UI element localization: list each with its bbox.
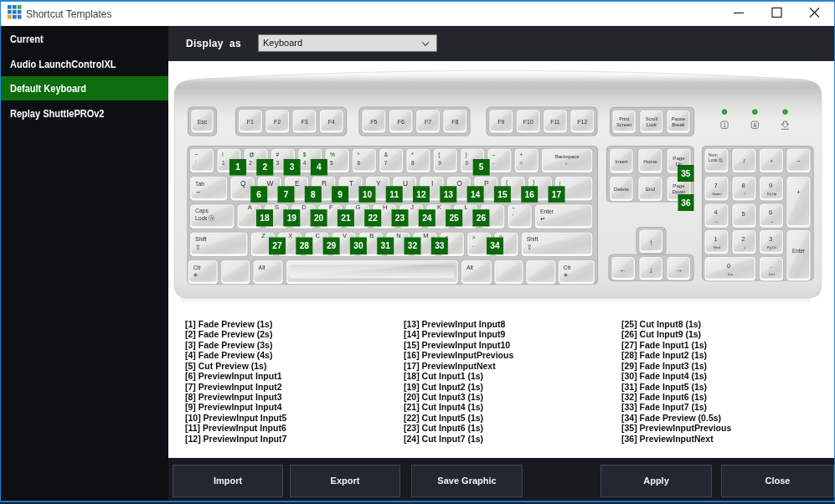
svg-text:Down: Down bbox=[673, 188, 686, 194]
svg-text:✳: ✳ bbox=[564, 272, 569, 278]
svg-text:↑: ↑ bbox=[744, 191, 746, 196]
svg-text:Print: Print bbox=[619, 116, 629, 121]
svg-text:/: / bbox=[744, 158, 745, 164]
svg-text:Enter: Enter bbox=[792, 248, 805, 254]
svg-text:0: 0 bbox=[727, 262, 730, 270]
svg-text:R: R bbox=[322, 179, 327, 188]
svg-text:28: 28 bbox=[300, 241, 310, 250]
svg-text:M: M bbox=[423, 232, 428, 239]
svg-text:!: ! bbox=[222, 152, 224, 157]
svg-text:Z: Z bbox=[261, 232, 265, 239]
svg-text:5: 5 bbox=[741, 210, 745, 218]
svg-text:8: 8 bbox=[311, 190, 316, 199]
svg-text:9: 9 bbox=[438, 160, 441, 166]
svg-text:12: 12 bbox=[416, 190, 426, 199]
svg-text:Shift: Shift bbox=[527, 236, 539, 242]
svg-text:22: 22 bbox=[369, 213, 379, 223]
svg-text:29: 29 bbox=[327, 241, 337, 250]
svg-text:O: O bbox=[456, 179, 462, 188]
svg-text:–: – bbox=[492, 152, 496, 157]
svg-text:↔: ↔ bbox=[195, 188, 202, 195]
svg-text:F2: F2 bbox=[274, 119, 281, 125]
svg-text:F3: F3 bbox=[301, 119, 307, 125]
svg-text:$: $ bbox=[303, 152, 307, 157]
svg-text:8: 8 bbox=[411, 160, 415, 166]
svg-text:33: 33 bbox=[435, 241, 445, 250]
svg-text:Pause: Pause bbox=[672, 116, 685, 121]
svg-text:✳: ✳ bbox=[193, 272, 198, 278]
svg-text:Del: Del bbox=[769, 272, 774, 276]
svg-text:Shift: Shift bbox=[195, 236, 207, 242]
svg-text:←: ← bbox=[564, 160, 570, 166]
svg-text:Pg Dn: Pg Dn bbox=[767, 245, 777, 249]
svg-text:F1: F1 bbox=[247, 119, 254, 125]
svg-text:2: 2 bbox=[741, 235, 745, 243]
svg-text:Lock ⓞ: Lock ⓞ bbox=[709, 157, 723, 162]
svg-text:W: W bbox=[266, 179, 273, 188]
svg-text:9: 9 bbox=[338, 190, 343, 199]
svg-text:<: < bbox=[445, 234, 448, 240]
svg-text:→: → bbox=[674, 265, 683, 274]
svg-text::: : bbox=[486, 207, 487, 213]
svg-text:I: I bbox=[431, 179, 433, 188]
svg-text:17: 17 bbox=[552, 190, 562, 199]
svg-text:H: H bbox=[383, 203, 387, 211]
svg-text:2: 2 bbox=[249, 160, 252, 166]
svg-text:A: A bbox=[753, 122, 757, 128]
svg-text:U: U bbox=[403, 179, 408, 188]
svg-text:.: . bbox=[472, 242, 474, 248]
svg-text:2: 2 bbox=[262, 162, 267, 172]
svg-text:B: B bbox=[369, 232, 374, 239]
svg-text:3: 3 bbox=[276, 160, 280, 166]
svg-text:F6: F6 bbox=[398, 119, 405, 125]
svg-text:1: 1 bbox=[723, 122, 726, 128]
svg-text:13: 13 bbox=[444, 190, 454, 199]
svg-text:6: 6 bbox=[769, 208, 772, 216]
svg-text:+: + bbox=[519, 152, 523, 157]
svg-text:1: 1 bbox=[222, 160, 225, 166]
svg-text:14: 14 bbox=[471, 190, 481, 199]
svg-text:Ins: Ins bbox=[728, 272, 733, 276]
svg-text:27: 27 bbox=[272, 241, 282, 250]
svg-text:A: A bbox=[248, 203, 252, 211]
svg-text:6: 6 bbox=[256, 190, 261, 199]
svg-text:31: 31 bbox=[381, 241, 391, 250]
svg-text:Y: Y bbox=[376, 179, 381, 188]
svg-text:19: 19 bbox=[287, 213, 297, 223]
svg-text:~: ~ bbox=[195, 152, 198, 157]
svg-text:Scroll: Scroll bbox=[646, 116, 658, 121]
svg-text:↵: ↵ bbox=[540, 215, 545, 223]
svg-text:5: 5 bbox=[479, 162, 484, 172]
svg-text:3: 3 bbox=[290, 162, 295, 172]
svg-text:P: P bbox=[484, 179, 489, 188]
svg-text:Page: Page bbox=[673, 155, 685, 161]
svg-text:#: # bbox=[276, 152, 280, 157]
svg-text:End: End bbox=[714, 245, 720, 249]
svg-text:30: 30 bbox=[353, 241, 363, 250]
svg-text:F12: F12 bbox=[577, 119, 587, 125]
svg-text:←: ← bbox=[619, 265, 627, 274]
svg-text:C: C bbox=[315, 232, 320, 239]
svg-text:F9: F9 bbox=[497, 119, 504, 125]
svg-text:1: 1 bbox=[235, 162, 240, 172]
svg-text:Break: Break bbox=[672, 122, 684, 127]
svg-text:D: D bbox=[302, 203, 307, 211]
svg-text:Lock: Lock bbox=[647, 122, 657, 127]
svg-text:Screen: Screen bbox=[616, 122, 631, 127]
svg-text:6: 6 bbox=[357, 160, 360, 166]
svg-text:S: S bbox=[275, 203, 279, 211]
svg-text:32: 32 bbox=[408, 241, 418, 250]
svg-text:Insert: Insert bbox=[615, 158, 628, 164]
svg-text:⇧: ⇧ bbox=[195, 244, 201, 251]
svg-text:+: + bbox=[796, 188, 801, 196]
svg-text:Ctr: Ctr bbox=[564, 265, 572, 270]
svg-text:Backspace: Backspace bbox=[555, 154, 579, 159]
svg-text:F11: F11 bbox=[550, 119, 560, 125]
svg-text:Pg Up: Pg Up bbox=[767, 192, 777, 196]
svg-text:E: E bbox=[295, 179, 300, 188]
svg-text:): ) bbox=[466, 152, 467, 158]
svg-text:4: 4 bbox=[303, 160, 307, 166]
svg-text:End: End bbox=[646, 186, 656, 192]
svg-text:20: 20 bbox=[314, 213, 324, 223]
svg-text:Lock Ⓐ: Lock Ⓐ bbox=[195, 215, 214, 221]
